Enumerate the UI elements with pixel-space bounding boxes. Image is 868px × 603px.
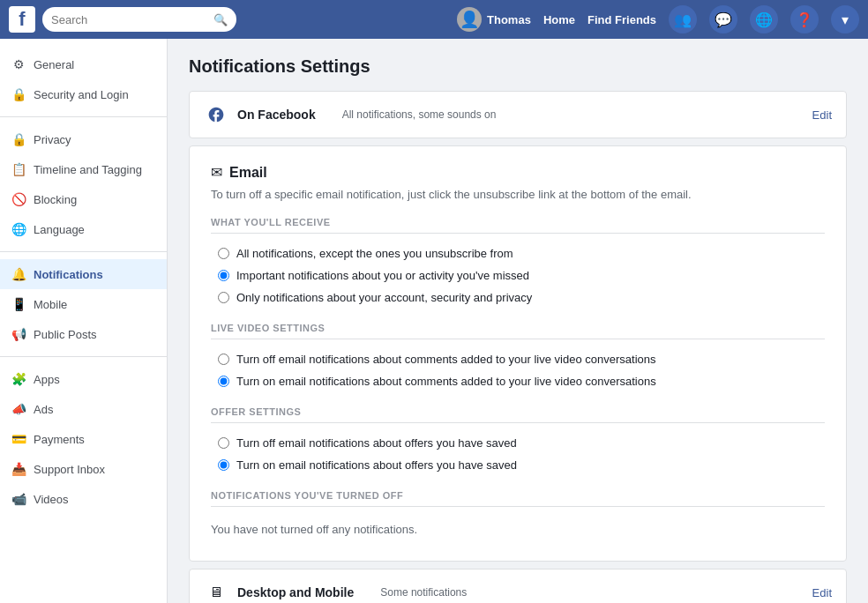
- radio-offer-off: Turn off email notifications about offer…: [218, 432, 825, 454]
- sidebar-divider-1: [0, 116, 167, 117]
- on-facebook-card: On Facebook All notifications, some soun…: [189, 91, 847, 138]
- sidebar-item-label: Mobile: [34, 298, 67, 311]
- radio-offer-off-input[interactable]: [218, 437, 229, 449]
- radio-only-input[interactable]: [218, 292, 229, 303]
- sidebar-item-label: Language: [34, 223, 85, 236]
- nav-right: 👤 Thomas Home Find Friends 👥 💬 🌐 ❓ ▾: [457, 5, 859, 34]
- radio-only-label[interactable]: Only notifications about your account, s…: [236, 291, 532, 304]
- sidebar-section-4: 🧩 Apps 📣 Ads 💳 Payments 📥 Support Inbox …: [0, 361, 167, 517]
- sidebar-item-timeline[interactable]: 📋 Timeline and Tagging: [0, 154, 167, 184]
- radio-important-label[interactable]: Important notifications about you or act…: [236, 269, 529, 282]
- sidebar-item-public-posts[interactable]: 📢 Public Posts: [0, 319, 167, 349]
- help-icon[interactable]: ❓: [790, 5, 819, 34]
- search-input[interactable]: [51, 13, 208, 26]
- notifs-turned-off-heading: NOTIFICATIONS YOU'VE TURNED OFF: [211, 490, 825, 507]
- home-link[interactable]: Home: [543, 13, 575, 26]
- radio-live-off-input[interactable]: [218, 354, 229, 365]
- facebook-notif-icon: [204, 102, 228, 127]
- sidebar-item-label: Apps: [34, 373, 60, 386]
- radio-live-off: Turn off email notifications about comme…: [218, 348, 825, 370]
- dropdown-icon[interactable]: ▾: [831, 5, 859, 34]
- sidebar-item-videos[interactable]: 📹 Videos: [0, 484, 167, 514]
- sidebar-item-language[interactable]: 🌐 Language: [0, 214, 167, 244]
- privacy-icon: 🔒: [11, 131, 26, 147]
- sidebar-item-ads[interactable]: 📣 Ads: [0, 394, 167, 424]
- sidebar-divider-2: [0, 251, 167, 252]
- on-facebook-status: All notifications, some sounds on: [325, 108, 804, 121]
- sidebar-item-blocking[interactable]: 🚫 Blocking: [0, 184, 167, 214]
- radio-offer-off-label[interactable]: Turn off email notifications about offer…: [236, 436, 517, 450]
- radio-live-on: Turn on email notifications about commen…: [218, 370, 825, 392]
- payments-icon: 💳: [11, 431, 26, 447]
- ads-icon: 📣: [11, 401, 26, 417]
- sidebar-item-label: Videos: [34, 493, 69, 506]
- apps-icon: 🧩: [11, 371, 26, 387]
- radio-all-notifications: All notifications, except the ones you u…: [218, 242, 825, 264]
- radio-important-notifications: Important notifications about you or act…: [218, 264, 825, 287]
- desktop-mobile-edit-button[interactable]: Edit: [812, 586, 832, 599]
- email-title: Email: [229, 165, 267, 181]
- messenger-icon[interactable]: 💬: [709, 5, 737, 34]
- support-inbox-icon: 📥: [11, 461, 26, 477]
- offer-settings-heading: OFFER SETTINGS: [211, 406, 825, 423]
- sidebar-item-notifications[interactable]: 🔔 Notifications: [0, 259, 167, 289]
- sidebar-item-privacy[interactable]: 🔒 Privacy: [0, 124, 167, 154]
- language-icon: 🌐: [11, 221, 26, 237]
- main-content: Notifications Settings On Facebook All n…: [168, 39, 868, 603]
- sidebar-item-apps[interactable]: 🧩 Apps: [0, 364, 167, 394]
- sidebar-item-security[interactable]: 🔒 Security and Login: [0, 79, 167, 109]
- sidebar-item-label: Timeline and Tagging: [34, 163, 142, 176]
- radio-important-input[interactable]: [218, 270, 229, 281]
- blocking-icon: 🚫: [11, 191, 26, 207]
- sidebar-item-general[interactable]: ⚙ General: [0, 49, 167, 79]
- sidebar-item-label: Security and Login: [34, 88, 129, 101]
- radio-live-on-label[interactable]: Turn on email notifications about commen…: [236, 375, 656, 388]
- layout: ⚙ General 🔒 Security and Login 🔒 Privacy…: [0, 39, 868, 603]
- radio-offer-on: Turn on email notifications about offers…: [218, 454, 825, 476]
- notifs-turned-off-text: You have not turned off any notification…: [211, 516, 825, 543]
- email-icon: ✉: [211, 164, 222, 181]
- general-icon: ⚙: [11, 56, 26, 72]
- sidebar-item-label: General: [34, 58, 74, 71]
- sidebar-item-label: Public Posts: [34, 328, 97, 341]
- desktop-mobile-icon: 🖥: [204, 580, 228, 603]
- page-title: Notifications Settings: [189, 56, 847, 77]
- radio-live-off-label[interactable]: Turn off email notifications about comme…: [236, 353, 655, 366]
- sidebar-divider-3: [0, 356, 167, 357]
- sidebar-item-mobile[interactable]: 📱 Mobile: [0, 289, 167, 319]
- email-header: ✉ Email: [211, 164, 825, 181]
- videos-icon: 📹: [11, 491, 26, 507]
- find-friends-link[interactable]: Find Friends: [587, 13, 656, 26]
- user-profile-link[interactable]: 👤 Thomas: [457, 7, 531, 32]
- sidebar-item-label: Privacy: [34, 133, 71, 146]
- top-nav: f 🔍 👤 Thomas Home Find Friends 👥 💬 🌐 ❓ ▾: [0, 0, 868, 39]
- username-label: Thomas: [487, 13, 531, 26]
- on-facebook-edit-button[interactable]: Edit: [812, 108, 832, 122]
- email-description: To turn off a specific email notificatio…: [211, 188, 825, 201]
- radio-all-input[interactable]: [218, 248, 229, 259]
- radio-offer-on-label[interactable]: Turn on email notifications about offers…: [236, 458, 517, 472]
- desktop-mobile-row: 🖥 Desktop and Mobile Some notifications …: [190, 570, 846, 603]
- sidebar: ⚙ General 🔒 Security and Login 🔒 Privacy…: [0, 39, 168, 603]
- notifications-sidebar-icon: 🔔: [11, 266, 26, 282]
- notifications-icon[interactable]: 🌐: [750, 5, 778, 34]
- facebook-logo[interactable]: f: [9, 6, 35, 33]
- what-youll-receive-heading: WHAT YOU'LL RECEIVE: [211, 217, 825, 234]
- friends-icon[interactable]: 👥: [669, 5, 697, 34]
- sidebar-item-payments[interactable]: 💳 Payments: [0, 424, 167, 454]
- radio-live-on-input[interactable]: [218, 376, 229, 387]
- desktop-mobile-status: Some notifications: [363, 586, 803, 599]
- sidebar-section-2: 🔒 Privacy 📋 Timeline and Tagging 🚫 Block…: [0, 121, 167, 248]
- sidebar-section-1: ⚙ General 🔒 Security and Login: [0, 46, 167, 113]
- public-posts-icon: 📢: [11, 326, 26, 342]
- sidebar-item-label: Ads: [34, 403, 53, 416]
- radio-offer-on-input[interactable]: [218, 459, 229, 471]
- desktop-mobile-label: Desktop and Mobile: [237, 585, 354, 599]
- sidebar-item-support-inbox[interactable]: 📥 Support Inbox: [0, 454, 167, 484]
- mobile-icon: 📱: [11, 296, 26, 312]
- radio-all-label[interactable]: All notifications, except the ones you u…: [236, 247, 513, 260]
- email-section: ✉ Email To turn off a specific email not…: [189, 145, 847, 562]
- timeline-icon: 📋: [11, 161, 26, 177]
- sidebar-item-label: Support Inbox: [34, 463, 105, 476]
- on-facebook-label: On Facebook: [237, 108, 316, 122]
